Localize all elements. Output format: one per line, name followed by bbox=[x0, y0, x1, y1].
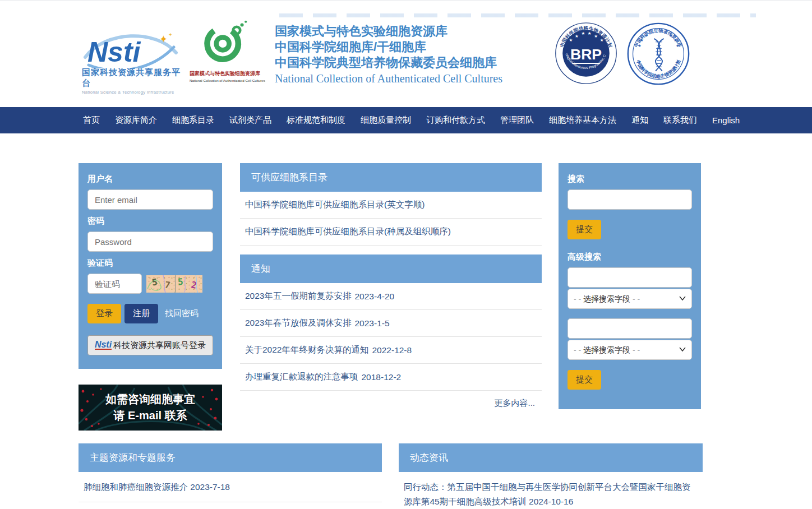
nsti-logo-cn: 国家科技资源共享服务平台 bbox=[82, 67, 183, 89]
svg-text:★: ★ bbox=[641, 65, 645, 70]
list-item: 2023年五一假期前复苏安排 2023-4-20 bbox=[240, 283, 542, 310]
svg-text:★: ★ bbox=[594, 34, 598, 39]
topic-link[interactable]: 肺细胞和肺癌细胞资源推介 bbox=[84, 482, 188, 492]
site-title-line4: National Collection of Authenticated Cel… bbox=[275, 72, 502, 85]
captcha-label: 验证码 bbox=[87, 258, 213, 269]
catalog-title: 可供应细胞系目录 bbox=[251, 171, 327, 184]
notice-link[interactable]: 2023年春节放假及调休安排 bbox=[245, 317, 351, 329]
svg-text:★: ★ bbox=[676, 59, 680, 64]
site-title-line3: 中国科学院典型培养物保藏委员会细胞库 bbox=[275, 55, 502, 71]
list-item: 中国科学院细胞库可供应细胞系目录(英文字顺) bbox=[240, 192, 542, 219]
svg-text:★: ★ bbox=[575, 34, 579, 39]
notice-title: 通知 bbox=[251, 262, 270, 275]
notice-link[interactable]: 2023年五一假期前复苏安排 bbox=[245, 290, 351, 302]
advanced-search-input-2[interactable] bbox=[568, 318, 692, 339]
svg-text:★: ★ bbox=[638, 43, 642, 48]
topic-date: 2023-7-18 bbox=[190, 482, 230, 492]
cutoff-heading-fragment bbox=[279, 13, 756, 17]
nav-item-cell-lines[interactable]: 细胞系目录 bbox=[172, 115, 214, 126]
svg-text:★: ★ bbox=[581, 31, 585, 36]
nsti-platform-logo: Nsti ✦ ✦ 国家科技资源共享服务平台 National Science &… bbox=[82, 28, 183, 95]
nav-item-intro[interactable]: 资源库简介 bbox=[115, 115, 157, 126]
captcha-image[interactable]: 5 7 5 2 bbox=[146, 275, 202, 293]
brp-badge: 中国科学院战略生物资源计划 ★★★ ★★★ BRP Biological Res… bbox=[554, 21, 618, 87]
advanced-search-field-select-2[interactable]: - - 选择搜索字段 - - bbox=[568, 340, 692, 360]
svg-text:★: ★ bbox=[640, 38, 644, 43]
nav-item-culture-methods[interactable]: 细胞培养基本方法 bbox=[549, 115, 616, 126]
captcha-digit: 5 bbox=[177, 276, 183, 287]
notice-date: 2023-1-5 bbox=[354, 318, 389, 328]
forgot-password-link[interactable]: 找回密码 bbox=[165, 308, 199, 319]
svg-text:✦: ✦ bbox=[159, 34, 168, 45]
news-section: 动态资讯 同行动态：第五届中国干细胞与再生医学协同创新平台大会暨国家干细胞资源库… bbox=[399, 443, 703, 509]
topics-section: 主题资源和专题服务 肺细胞和肺癌细胞资源推介 2023-7-18 bbox=[79, 443, 382, 502]
captcha-input[interactable] bbox=[87, 274, 142, 294]
genetic-resources-badge: 中国科学院生物遗传资源库 中国科学院战略生物资源计划 ★★★ ★★★ ★★ ★★ bbox=[626, 21, 691, 89]
nav-item-english[interactable]: English bbox=[712, 115, 740, 125]
list-item: 肺细胞和肺癌细胞资源推介 2023-7-18 bbox=[79, 472, 382, 502]
more-content-link[interactable]: 更多内容... bbox=[494, 398, 535, 409]
notice-date: 2018-12-2 bbox=[362, 372, 402, 382]
svg-text:★: ★ bbox=[588, 31, 592, 36]
notice-section-header: 通知 bbox=[240, 254, 542, 283]
svg-text:★: ★ bbox=[673, 38, 677, 43]
nav-item-standards[interactable]: 标准规范和制度 bbox=[287, 115, 345, 126]
password-input[interactable] bbox=[87, 232, 213, 252]
nccc-ring-icon bbox=[201, 19, 249, 66]
nav-item-team[interactable]: 管理团队 bbox=[500, 115, 534, 126]
site-title: 国家模式与特色实验细胞资源库 中国科学院细胞库/干细胞库 中国科学院典型培养物保… bbox=[275, 24, 502, 85]
nav-item-contact[interactable]: 联系我们 bbox=[663, 115, 697, 126]
banner-line2: 请 E-mail 联系 bbox=[113, 408, 187, 424]
nsti-account-login-button[interactable]: Nsti 科技资源共享网账号登录 bbox=[87, 335, 213, 355]
advanced-search-submit-button[interactable]: 提交 bbox=[568, 370, 601, 390]
advanced-search-field-select-1[interactable]: - - 选择搜索字段 - - bbox=[568, 289, 692, 309]
nsti-logo-en: National Science & Technology Infrastruc… bbox=[82, 90, 183, 95]
topics-title: 主题资源和专题服务 bbox=[90, 451, 176, 464]
page: Nsti ✦ ✦ 国家科技资源共享服务平台 National Science &… bbox=[0, 0, 812, 509]
register-button[interactable]: 注册 bbox=[124, 304, 158, 323]
notice-link[interactable]: 办理重复汇款退款的注意事项 bbox=[245, 371, 358, 383]
svg-text:★: ★ bbox=[600, 38, 604, 43]
search-label: 搜索 bbox=[568, 174, 692, 184]
nav-item-ordering-payment[interactable]: 订购和付款方式 bbox=[426, 115, 485, 126]
notice-date: 2023-4-20 bbox=[354, 291, 394, 302]
brp-badge-icon: 中国科学院战略生物资源计划 ★★★ ★★★ BRP Biological Res… bbox=[554, 21, 618, 85]
list-item: 关于2022年年终财务决算的通知 2022-12-8 bbox=[240, 337, 542, 364]
notice-link[interactable]: 关于2022年年终财务决算的通知 bbox=[245, 344, 368, 356]
login-panel: 用户名 密码 验证码 5 7 bbox=[79, 163, 222, 369]
advanced-search-label: 高级搜索 bbox=[568, 252, 692, 262]
catalog-link-alphabetical[interactable]: 中国科学院细胞库可供应细胞系目录(英文字顺) bbox=[245, 199, 425, 211]
advanced-search-input-1[interactable] bbox=[568, 267, 692, 288]
svg-text:✦: ✦ bbox=[168, 32, 173, 38]
nsti-mini-logo-icon: Nsti bbox=[95, 341, 112, 350]
catalog-link-species[interactable]: 中国科学院细胞库可供应细胞系目录(种属及组织顺序) bbox=[245, 226, 451, 238]
news-title: 动态资讯 bbox=[410, 451, 448, 464]
list-item: 办理重复汇款退款的注意事项 2018-12-2 bbox=[240, 364, 542, 391]
top-divider bbox=[0, 0, 812, 1]
middle-column: 可供应细胞系目录 中国科学院细胞库可供应细胞系目录(英文字顺) 中国科学院细胞库… bbox=[240, 163, 542, 415]
main-navbar: 首页 资源库简介 细胞系目录 试剂类产品 标准规范和制度 细胞质量控制 订购和付… bbox=[0, 107, 812, 133]
svg-text:★: ★ bbox=[676, 43, 680, 48]
username-input[interactable] bbox=[87, 189, 213, 210]
username-label: 用户名 bbox=[87, 174, 213, 184]
login-button[interactable]: 登录 bbox=[87, 304, 121, 323]
nccc-logo: 国家模式与特色实验细胞资源库 National Collection of Au… bbox=[190, 19, 260, 82]
nav-item-reagents[interactable]: 试剂类产品 bbox=[229, 115, 271, 126]
nsti-wordmark-icon: Nsti ✦ ✦ bbox=[82, 28, 182, 68]
banner-line1: 如需咨询细胞事宜 bbox=[105, 391, 195, 408]
nsti-login-label: 科技资源共享网账号登录 bbox=[113, 340, 206, 351]
nav-item-notice[interactable]: 通知 bbox=[631, 115, 648, 126]
svg-text:★: ★ bbox=[569, 38, 573, 43]
search-panel: 搜索 提交 高级搜索 - - 选择搜索字段 - - - - 选择搜索字段 - - bbox=[559, 163, 701, 409]
search-submit-button[interactable]: 提交 bbox=[568, 220, 601, 239]
list-item: 同行动态：第五届中国干细胞与再生医学协同创新平台大会暨国家干细胞资源库第45期干… bbox=[399, 472, 703, 509]
email-contact-banner[interactable]: 如需咨询细胞事宜 请 E-mail 联系 bbox=[79, 385, 222, 431]
svg-text:★: ★ bbox=[669, 33, 673, 38]
nav-item-home[interactable]: 首页 bbox=[83, 115, 100, 126]
search-input[interactable] bbox=[568, 189, 692, 210]
nccc-logo-en: National Collection of Authenticated Cel… bbox=[190, 78, 260, 82]
dna-badge-icon: 中国科学院生物遗传资源库 中国科学院战略生物资源计划 ★★★ ★★★ ★★ ★★ bbox=[626, 21, 691, 86]
nav-item-quality-control[interactable]: 细胞质量控制 bbox=[361, 115, 411, 126]
catalog-section-header: 可供应细胞系目录 bbox=[240, 163, 542, 192]
notice-date: 2022-12-8 bbox=[372, 345, 412, 355]
